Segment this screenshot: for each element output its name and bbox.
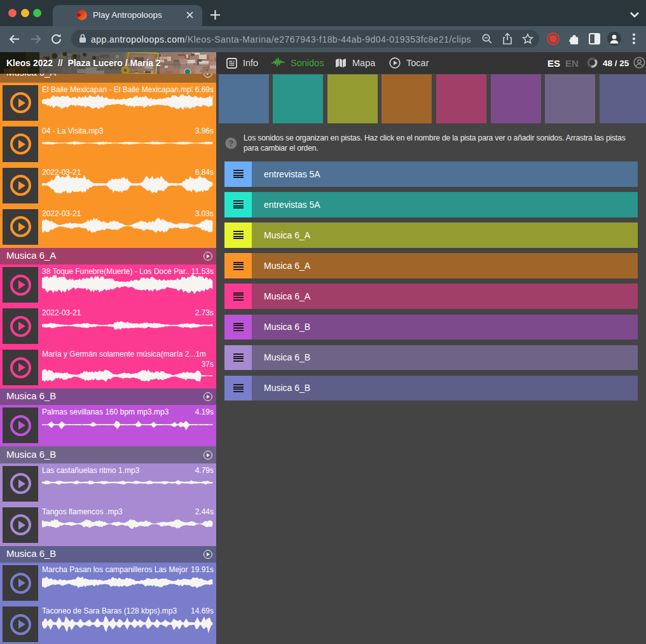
svg-text:?: ?	[228, 139, 233, 148]
